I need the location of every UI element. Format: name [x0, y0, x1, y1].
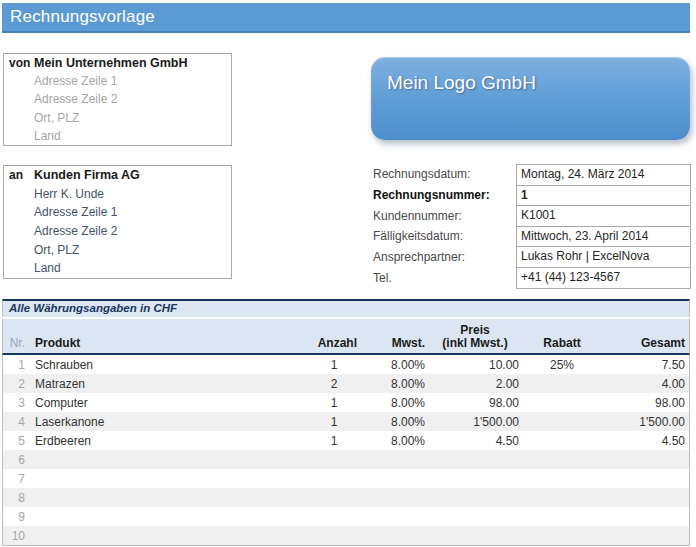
- meta-value-tel[interactable]: +41 (44) 123-4567: [517, 268, 690, 289]
- meta-label-rechnungsnummer: Rechnungsnummer:: [371, 185, 513, 206]
- column-header-nr: Nr.: [3, 336, 29, 350]
- column-header-gesamt: Gesamt: [601, 336, 689, 350]
- cell-gesamt[interactable]: 4.50: [601, 434, 689, 448]
- table-row: 9: [3, 507, 689, 526]
- meta-label-ansprechpartner: Ansprechpartner:: [371, 247, 513, 268]
- sender-address-line[interactable]: Ort, PLZ: [4, 111, 79, 125]
- cell-anzahl[interactable]: 1: [303, 358, 365, 372]
- recipient-address-line[interactable]: Adresse Zeile 1: [4, 205, 117, 219]
- meta-value-kundennummer[interactable]: K1001: [517, 206, 690, 227]
- meta-label-tel: Tel.: [371, 268, 513, 289]
- cell-gesamt[interactable]: 1'500.00: [601, 415, 689, 429]
- recipient-address-line[interactable]: Ort, PLZ: [4, 243, 79, 257]
- table-row: 10: [3, 526, 689, 545]
- cell-preis[interactable]: 98.00: [427, 396, 523, 410]
- table-row: 3Computer18.00%98.0098.00: [3, 393, 689, 412]
- cell-produkt[interactable]: Matrazen: [29, 377, 303, 391]
- invoice-meta-labels: Rechnungsdatum: Rechnungsnummer: Kundenn…: [371, 164, 513, 289]
- column-header-anzahl: Anzahl: [303, 336, 365, 350]
- meta-label-kundennummer: Kundennummer:: [371, 206, 513, 227]
- meta-value-ansprechpartner[interactable]: Lukas Rohr | ExcelNova: [517, 247, 690, 268]
- cell-anzahl[interactable]: 1: [303, 396, 365, 410]
- recipient-address-line[interactable]: Land: [4, 261, 61, 275]
- column-header-preis-line2: (inkl Mwst.): [427, 337, 523, 350]
- cell-gesamt[interactable]: 98.00: [601, 396, 689, 410]
- meta-value-rechnungsnummer[interactable]: 1: [517, 186, 690, 207]
- cell-nr: 2: [3, 377, 29, 391]
- cell-nr: 3: [3, 396, 29, 410]
- meta-value-faelligkeitsdatum[interactable]: Mittwoch, 23. April 2014: [517, 227, 690, 248]
- sender-address-line[interactable]: Adresse Zeile 2: [4, 92, 117, 106]
- invoice-rows: 1Schrauben18.00%10.0025%7.502Matrazen28.…: [2, 355, 690, 546]
- cell-anzahl[interactable]: 2: [303, 377, 365, 391]
- cell-produkt[interactable]: Erdbeeren: [29, 434, 303, 448]
- sender-label: von: [4, 56, 34, 70]
- cell-produkt[interactable]: Schrauben: [29, 358, 303, 372]
- cell-produkt[interactable]: Computer: [29, 396, 303, 410]
- invoice-template-page: Rechnungsvorlage von Mein Unternehmen Gm…: [0, 0, 696, 547]
- column-header-rabatt: Rabatt: [523, 336, 601, 350]
- column-header-preis: Preis (inkl Mwst.): [427, 324, 523, 350]
- table-row: 1Schrauben18.00%10.0025%7.50: [3, 355, 689, 374]
- recipient-label: an: [4, 168, 34, 182]
- recipient-address-box: an Kunden Firma AG Herr K. Unde Adresse …: [3, 165, 232, 279]
- table-row: 4Laserkanone18.00%1'500.001'500.00: [3, 412, 689, 431]
- recipient-address-line[interactable]: Adresse Zeile 2: [4, 224, 117, 238]
- cell-preis[interactable]: 4.50: [427, 434, 523, 448]
- meta-label-faelligkeitsdatum: Fälligkeitsdatum:: [371, 226, 513, 247]
- page-title: Rechnungsvorlage: [10, 7, 155, 26]
- table-row: 5Erdbeeren18.00%4.504.50: [3, 431, 689, 450]
- invoice-meta-values: Montag, 24. März 2014 1 K1001 Mittwoch, …: [516, 164, 691, 289]
- column-header-mwst: Mwst.: [365, 336, 427, 350]
- cell-gesamt[interactable]: 4.00: [601, 377, 689, 391]
- sender-address-box: von Mein Unternehmen GmbH Adresse Zeile …: [3, 53, 232, 146]
- cell-nr: 10: [3, 529, 29, 543]
- cell-anzahl[interactable]: 1: [303, 415, 365, 429]
- cell-mwst[interactable]: 8.00%: [365, 434, 427, 448]
- cell-nr: 7: [3, 472, 29, 486]
- cell-nr: 8: [3, 491, 29, 505]
- sender-header-row: von Mein Unternehmen GmbH: [4, 54, 231, 72]
- recipient-address-line[interactable]: Herr K. Unde: [4, 187, 104, 201]
- cell-rabatt[interactable]: 25%: [523, 358, 601, 372]
- table-row: 6: [3, 450, 689, 469]
- meta-label-rechnungsdatum: Rechnungsdatum:: [371, 164, 513, 185]
- column-header-produkt: Produkt: [29, 336, 303, 350]
- currency-note: Alle Währungsangaben in CHF: [9, 302, 177, 314]
- cell-gesamt[interactable]: 7.50: [601, 358, 689, 372]
- recipient-name[interactable]: Kunden Firma AG: [34, 168, 140, 182]
- cell-mwst[interactable]: 8.00%: [365, 358, 427, 372]
- currency-note-band: Alle Währungsangaben in CHF: [2, 299, 690, 317]
- cell-nr: 1: [3, 358, 29, 372]
- table-row: 2Matrazen28.00%2.004.00: [3, 374, 689, 393]
- cell-preis[interactable]: 1'500.00: [427, 415, 523, 429]
- company-logo-shape: Mein Logo GmbH: [371, 57, 690, 140]
- sender-address-line[interactable]: Adresse Zeile 1: [4, 74, 117, 88]
- sender-address-line[interactable]: Land: [4, 129, 61, 143]
- cell-nr: 4: [3, 415, 29, 429]
- table-row: 8: [3, 488, 689, 507]
- cell-anzahl[interactable]: 1: [303, 434, 365, 448]
- cell-mwst[interactable]: 8.00%: [365, 377, 427, 391]
- cell-mwst[interactable]: 8.00%: [365, 415, 427, 429]
- sender-name[interactable]: Mein Unternehmen GmbH: [34, 56, 188, 70]
- cell-produkt[interactable]: Laserkanone: [29, 415, 303, 429]
- company-logo-text: Mein Logo GmbH: [387, 72, 536, 93]
- page-title-band: Rechnungsvorlage: [2, 3, 690, 33]
- table-row: 7: [3, 469, 689, 488]
- cell-preis[interactable]: 2.00: [427, 377, 523, 391]
- cell-nr: 6: [3, 453, 29, 467]
- cell-mwst[interactable]: 8.00%: [365, 396, 427, 410]
- cell-preis[interactable]: 10.00: [427, 358, 523, 372]
- cell-nr: 5: [3, 434, 29, 448]
- meta-value-rechnungsdatum[interactable]: Montag, 24. März 2014: [517, 165, 690, 186]
- invoice-table-header: Nr. Produkt Anzahl Mwst. Preis (inkl Mws…: [2, 319, 690, 355]
- recipient-header-row: an Kunden Firma AG: [4, 166, 231, 185]
- cell-nr: 9: [3, 510, 29, 524]
